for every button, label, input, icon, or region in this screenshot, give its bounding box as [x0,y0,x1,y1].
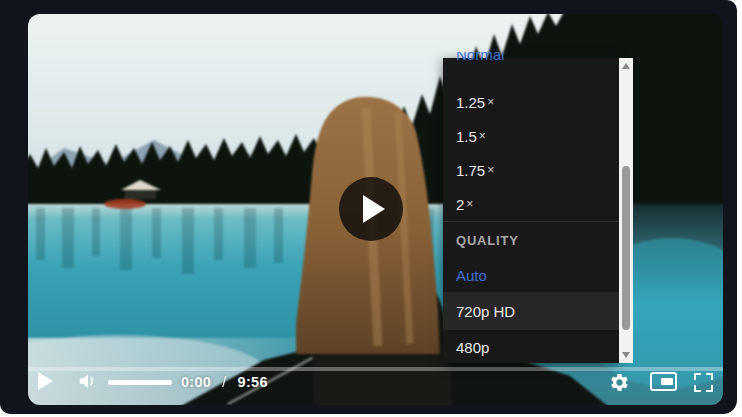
video-player: 0:00/9:56 Normal 1.25× 1.5× [28,14,723,405]
current-time: 0:00 [181,374,211,390]
scrollbar-thumb[interactable] [622,166,630,330]
menu-item-speed-175[interactable]: 1.75× [443,153,619,187]
settings-menu-panel: 1.25× 1.5× 1.75× 2× QUALITY Auto 720p HD [443,58,619,363]
menu-item-speed-2[interactable]: 2× [443,187,619,221]
menu-item-quality-480p[interactable]: 480p [443,330,619,363]
fullscreen-icon[interactable] [694,373,713,392]
pip-inner-rect [661,378,673,385]
volume-icon[interactable] [77,370,99,392]
play-button[interactable] [38,372,53,390]
play-icon [363,195,385,223]
quality-section-header: QUALITY [443,222,619,258]
menu-item-speed-15[interactable]: 1.5× [443,119,619,153]
menu-item-normal[interactable]: Normal [456,52,556,64]
scrollbar-down-arrow-icon[interactable] [619,349,633,361]
duration: 9:56 [238,374,268,390]
settings-menu: Normal 1.25× 1.5× 1.75× 2× QUALITY Aut [443,58,633,363]
picture-in-picture-icon[interactable] [650,372,677,391]
menu-scrollbar[interactable] [619,58,633,363]
volume-slider[interactable] [108,380,172,385]
menu-item-quality-auto[interactable]: Auto [443,258,619,292]
screenshot-stage: 0:00/9:56 Normal 1.25× 1.5× [0,0,742,417]
time-display: 0:00/9:56 [181,374,268,390]
menu-item-quality-720p[interactable]: 720p HD [443,292,619,330]
scrollbar-up-arrow-icon[interactable] [619,60,633,72]
seek-bar[interactable] [28,367,723,371]
time-separator: / [222,374,226,390]
center-play-button[interactable] [339,177,403,241]
menu-item-speed-125[interactable]: 1.25× [443,85,619,119]
settings-gear-icon[interactable] [609,372,630,393]
